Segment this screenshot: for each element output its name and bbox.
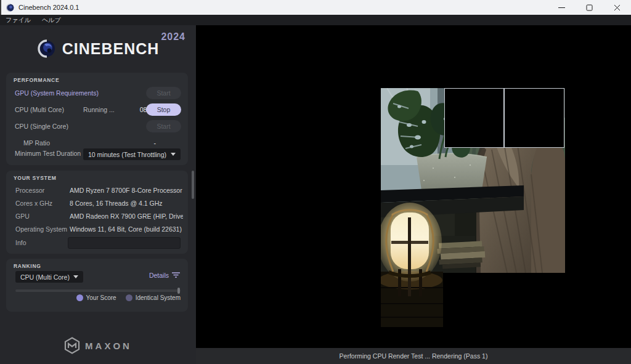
- ranking-slider[interactable]: [15, 288, 181, 294]
- info-label: Info: [15, 239, 26, 246]
- cinebench-app-icon: [6, 4, 14, 12]
- cpu-single-start-button[interactable]: Start: [146, 120, 181, 132]
- ranking-header: RANKING: [14, 263, 41, 269]
- details-label: Details: [149, 272, 169, 279]
- cpu-multi-stop-button[interactable]: Stop: [146, 103, 181, 116]
- processor-row: Processor AMD Ryzen 7 8700F 8-Core Proce…: [6, 184, 188, 197]
- legend-identical-system: Identical System: [126, 294, 181, 301]
- minimize-button[interactable]: [548, 0, 576, 15]
- cpu-multi-status: Running ...: [83, 106, 115, 113]
- minimize-icon: [558, 4, 565, 11]
- render-preview-image: [381, 88, 565, 327]
- your-score-dot-icon: [76, 294, 83, 301]
- close-icon: [614, 4, 621, 11]
- gpu-info-value: AMD Radeon RX 7900 GRE (HIP, Driver Vers…: [70, 212, 183, 220]
- render-viewport: [196, 25, 631, 348]
- cpu-multi-row: CPU (Multi Core) Running ... 08:48 Stop: [6, 102, 188, 118]
- processor-value: AMD Ryzen 7 8700F 8-Core Processor: [70, 187, 183, 194]
- identical-system-label: Identical System: [136, 294, 181, 301]
- slider-track: [15, 289, 181, 292]
- processor-label: Processor: [15, 187, 44, 194]
- os-label: Operating System: [15, 225, 67, 233]
- cpu-single-label: CPU (Single Core): [15, 123, 68, 130]
- os-row: Operating System Windows 11, 64 Bit, Cor…: [6, 223, 188, 236]
- close-button[interactable]: [603, 0, 631, 15]
- gpu-start-button[interactable]: Start: [146, 87, 181, 99]
- mp-ratio-value: -: [113, 139, 156, 147]
- gpu-row-label[interactable]: GPU (System Requirements): [15, 89, 99, 97]
- cores-label: Cores x GHz: [15, 200, 52, 207]
- your-score-label: Your Score: [86, 294, 116, 301]
- render-bucket-2: [504, 88, 564, 148]
- maxon-hexagon-icon: [64, 337, 80, 354]
- maximize-button[interactable]: [576, 0, 603, 15]
- menu-file[interactable]: ファイル: [0, 15, 36, 25]
- statusbar: Performing CPU Render Test ... Rendering…: [196, 348, 631, 364]
- your-system-panel: YOUR SYSTEM Processor AMD Ryzen 7 8700F …: [6, 171, 188, 254]
- gpu-info-row: GPU AMD Radeon RX 7900 GRE (HIP, Driver …: [6, 210, 188, 223]
- slider-thumb[interactable]: [177, 288, 180, 294]
- details-link[interactable]: Details: [149, 272, 180, 279]
- ranking-legend: Your Score Identical System: [76, 294, 181, 301]
- sidebar-scrollbar[interactable]: [192, 171, 194, 199]
- sidebar: 2024 CINEBENCH PERFORMANCE GPU (System R…: [0, 25, 196, 364]
- render-bucket-1: [444, 88, 504, 148]
- duration-dropdown[interactable]: 10 minutes (Test Throttling): [83, 148, 181, 160]
- render-status-text: Performing CPU Render Test ... Rendering…: [340, 352, 488, 360]
- os-value: Windows 11, 64 Bit, Core (build 22631): [70, 225, 183, 233]
- info-input[interactable]: [68, 237, 181, 249]
- unrendered-region: [443, 273, 565, 327]
- ranking-category-value: CPU (Multi Core): [20, 273, 70, 281]
- filter-icon: [172, 272, 180, 278]
- gpu-row: GPU (System Requirements) - Start: [6, 85, 188, 102]
- cores-row: Cores x GHz 8 Cores, 16 Threads @ 4.1 GH…: [6, 197, 188, 210]
- cinebench-window: Cinebench 2024.0.1 ファイル ヘルプ 2024: [0, 0, 631, 364]
- ranking-category-dropdown[interactable]: CPU (Multi Core): [15, 271, 83, 283]
- mp-ratio-label: MP Ratio: [23, 139, 50, 147]
- titlebar: Cinebench 2024.0.1: [0, 0, 631, 15]
- identical-system-dot-icon: [126, 294, 132, 301]
- performance-panel: PERFORMANCE GPU (System Requirements) - …: [6, 73, 188, 165]
- maxon-logo: MAXON: [0, 337, 196, 354]
- ranking-panel: RANKING CPU (Multi Core) Details: [6, 259, 188, 312]
- menubar: ファイル ヘルプ: [0, 15, 631, 25]
- performance-header: PERFORMANCE: [14, 77, 59, 83]
- your-system-header: YOUR SYSTEM: [14, 175, 57, 181]
- legend-your-score: Your Score: [76, 294, 116, 301]
- cores-value: 8 Cores, 16 Threads @ 4.1 GHz: [70, 200, 183, 207]
- chevron-down-icon: [73, 275, 78, 278]
- cpu-single-row: CPU (Single Core) - Start: [6, 118, 188, 135]
- maximize-icon: [586, 4, 593, 11]
- cpu-multi-label: CPU (Multi Core): [15, 106, 64, 113]
- logo-text: CINEBENCH: [62, 40, 160, 58]
- maxon-logo-text: MAXON: [85, 341, 132, 351]
- cinema4d-logo-icon: [37, 39, 57, 59]
- cinebench-logo: CINEBENCH: [0, 39, 196, 59]
- gpu-info-label: GPU: [15, 212, 30, 220]
- duration-label: Minimum Test Duration: [15, 150, 81, 157]
- chevron-down-icon: [171, 153, 176, 156]
- window-title: Cinebench 2024.0.1: [18, 4, 79, 11]
- menu-help[interactable]: ヘルプ: [36, 15, 67, 25]
- duration-dropdown-value: 10 minutes (Test Throttling): [88, 151, 166, 158]
